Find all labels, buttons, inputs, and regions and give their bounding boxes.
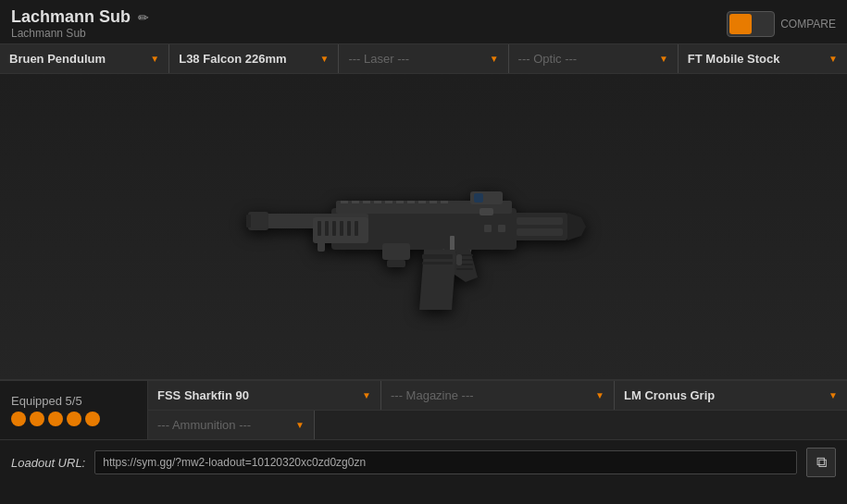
optic-arrow: ▼ [659,54,668,64]
toggle-knob [729,14,752,34]
svg-rect-19 [340,221,343,236]
ammo-arrow: ▼ [295,420,305,430]
equipped-row: Equipped 5/5 [0,381,148,439]
dot-1 [11,412,26,426]
barrel-select[interactable]: L38 Falcon 226mm ▼ [169,44,339,73]
stock-select[interactable]: FT Mobile Stock ▼ [679,44,847,73]
svg-rect-4 [363,201,370,203]
dot-4 [67,412,81,426]
underbarrel-label: FSS Sharkfin 90 [157,388,356,402]
gun-image-container [0,74,847,379]
laser-arrow: ▼ [490,54,499,64]
svg-rect-38 [382,243,410,260]
svg-rect-37 [498,225,505,232]
equipped-dots [11,412,100,426]
svg-rect-8 [407,201,415,203]
rear-grip-select[interactable]: LM Cronus Grip ▼ [615,381,847,410]
svg-rect-16 [318,221,321,236]
svg-rect-9 [418,201,426,203]
underbarrel-arrow: ▼ [362,390,371,400]
svg-rect-36 [484,225,492,232]
weapon-title: Lachmann Sub ✏ [11,7,149,27]
svg-rect-30 [480,208,493,215]
svg-rect-6 [385,201,392,203]
svg-rect-35 [474,193,483,203]
dot-2 [30,412,44,426]
copy-button[interactable]: ⧉ [806,448,836,477]
equipped-label: Equipped 5/5 [11,394,100,408]
gun-display-area [0,74,847,379]
muzzle-select[interactable]: Bruen Pendulum ▼ [0,44,169,73]
toggle-container[interactable]: COMPARE [727,11,836,37]
svg-rect-29 [456,254,462,265]
svg-rect-13 [248,212,268,230]
svg-rect-2 [341,201,348,203]
header-left: Lachmann Sub ✏ Lachmann Sub [11,7,149,40]
svg-rect-3 [352,201,359,203]
barrel-arrow: ▼ [320,54,330,64]
svg-rect-28 [422,262,453,264]
rear-grip-label: LM Cronus Grip [624,388,823,402]
compare-toggle[interactable] [727,11,775,37]
magazine-arrow: ▼ [595,390,604,400]
loadout-url-label: Loadout URL: [11,456,85,470]
bottom-section: Equipped 5/5 FSS Sharkfin 90 ▼ --- Magaz… [0,379,847,485]
svg-rect-33 [517,228,563,236]
optic-label: --- Optic --- [518,52,654,66]
muzzle-arrow: ▼ [150,54,159,64]
barrel-label: L38 Falcon 226mm [179,52,314,66]
loadout-url-row: Loadout URL: ⧉ [0,439,847,485]
laser-label: --- Laser --- [348,52,483,66]
bottom-attachment-row: FSS Sharkfin 90 ▼ --- Magazine --- ▼ LM … [148,381,847,410]
svg-rect-17 [325,221,329,236]
svg-rect-14 [246,215,251,227]
laser-select[interactable]: --- Laser --- ▼ [339,44,508,73]
edit-icon[interactable]: ✏ [138,10,149,25]
weapon-name: Lachmann Sub [11,7,131,27]
svg-rect-26 [456,268,473,270]
weapon-subtitle: Lachmann Sub [11,27,149,40]
magazine-label: --- Magazine --- [391,388,590,402]
optic-select[interactable]: --- Optic --- ▼ [509,44,679,73]
muzzle-label: Bruen Pendulum [9,52,144,66]
header: Lachmann Sub ✏ Lachmann Sub COMPARE [0,0,847,43]
svg-rect-39 [387,260,405,267]
compare-label: COMPARE [780,18,836,31]
top-attachment-row: Bruen Pendulum ▼ L38 Falcon 226mm ▼ --- … [0,43,847,74]
svg-rect-10 [430,201,437,203]
svg-rect-20 [347,221,351,236]
stock-label: FT Mobile Stock [688,52,823,66]
svg-rect-7 [396,201,404,203]
svg-rect-21 [355,221,358,236]
svg-rect-31 [512,213,567,240]
stock-arrow: ▼ [828,54,838,64]
svg-rect-27 [422,254,453,259]
loadout-url-input[interactable] [94,450,797,474]
svg-rect-40 [318,240,325,252]
svg-rect-5 [374,201,381,203]
ammo-select[interactable]: --- Ammunition --- ▼ [148,411,315,439]
magazine-select[interactable]: --- Magazine --- ▼ [381,381,615,410]
gun-image [183,125,665,328]
rear-grip-arrow: ▼ [828,390,838,400]
dot-3 [48,412,63,426]
dot-5 [85,412,100,426]
underbarrel-select[interactable]: FSS Sharkfin 90 ▼ [148,381,381,410]
svg-rect-32 [517,217,563,225]
copy-icon: ⧉ [816,454,827,471]
svg-rect-11 [441,201,448,203]
ammo-label: --- Ammunition --- [157,418,290,432]
svg-rect-18 [332,221,336,236]
